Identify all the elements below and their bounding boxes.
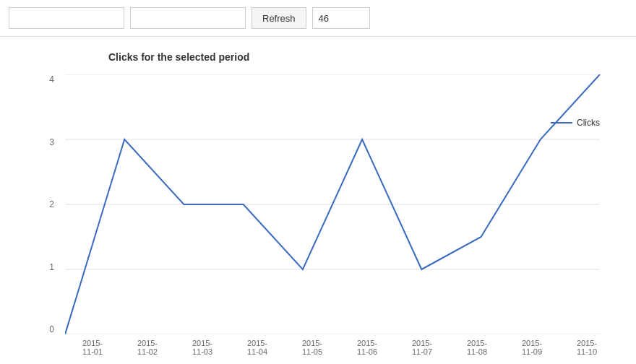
chart-container: Clicks for the selected period 4 3 2 1 0 <box>0 37 636 364</box>
x-label-3: 2015-11-04 <box>230 339 285 356</box>
legend: Clicks <box>551 118 600 128</box>
end-date-input[interactable]: 2015-11-10 <box>130 7 246 29</box>
start-date-input[interactable]: 2015-11-01 <box>9 7 124 29</box>
count-display: 46 <box>312 7 370 29</box>
x-label-0: 2015-11-01 <box>65 339 120 356</box>
x-label-4: 2015-11-05 <box>285 339 340 356</box>
x-label-1: 2015-11-02 <box>120 339 175 356</box>
chart-svg <box>65 74 614 334</box>
y-label-3: 3 <box>33 137 54 147</box>
y-label-4: 4 <box>33 74 54 84</box>
legend-line-icon <box>551 122 572 124</box>
chart-area: 4 3 2 1 0 <box>65 74 614 334</box>
x-axis-labels: 2015-11-01 2015-11-02 2015-11-03 2015-11… <box>65 339 614 356</box>
y-label-1: 1 <box>33 262 54 272</box>
x-label-6: 2015-11-07 <box>395 339 450 356</box>
y-label-0: 0 <box>33 324 54 334</box>
x-label-8: 2015-11-09 <box>504 339 559 356</box>
legend-label: Clicks <box>577 118 600 128</box>
x-label-7: 2015-11-08 <box>450 339 504 356</box>
x-label-9: 2015-11-10 <box>559 339 614 356</box>
chart-title: Clicks for the selected period <box>108 51 622 63</box>
x-label-2: 2015-11-03 <box>175 339 230 356</box>
x-label-5: 2015-11-06 <box>340 339 395 356</box>
y-axis-labels: 4 3 2 1 0 <box>33 74 54 334</box>
y-label-2: 2 <box>33 199 54 209</box>
toolbar: 2015-11-01 2015-11-10 Refresh 46 <box>0 0 636 37</box>
refresh-button[interactable]: Refresh <box>252 7 306 29</box>
